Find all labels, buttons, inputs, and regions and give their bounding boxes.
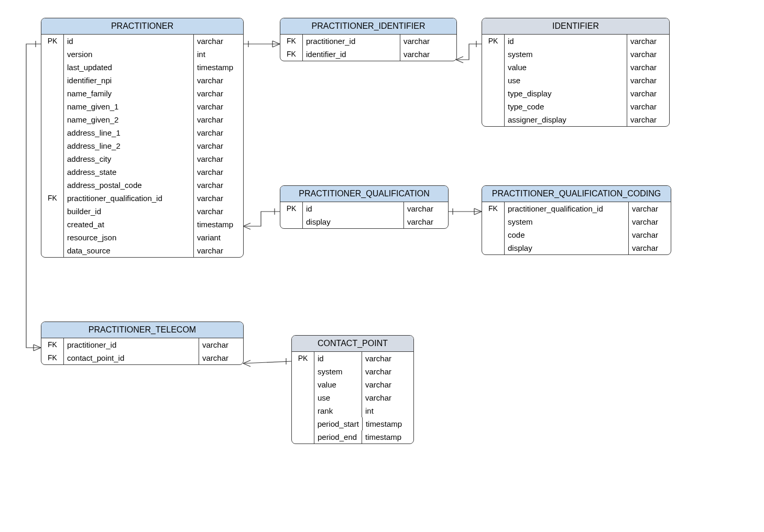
- column-type: varchar: [199, 338, 243, 351]
- svg-line-9: [243, 226, 250, 229]
- column-type: varchar: [194, 152, 243, 165]
- column-name: practitioner_id: [64, 338, 199, 351]
- column-key: [41, 113, 64, 126]
- column-key: [41, 126, 64, 139]
- column-name: type_code: [505, 100, 627, 113]
- entity-header: PRACTITIONER_TELECOM: [41, 322, 243, 338]
- column-name: practitioner_qualification_id: [505, 202, 629, 215]
- column-type: varchar: [400, 35, 456, 48]
- column-name: id: [303, 202, 404, 215]
- column-type: varchar: [404, 202, 448, 215]
- entity-row: assigner_displayvarchar: [482, 113, 669, 126]
- entity-row: address_line_1varchar: [41, 126, 243, 139]
- entity-row: builder_idvarchar: [41, 205, 243, 218]
- column-type: variant: [194, 231, 243, 244]
- column-name: type_display: [505, 87, 627, 100]
- column-type: varchar: [362, 352, 413, 365]
- entity-row: FKpractitioner_qualification_idvarchar: [482, 202, 671, 215]
- column-name: display: [303, 215, 404, 228]
- entity-row: name_given_1varchar: [41, 100, 243, 113]
- column-key: [41, 205, 64, 218]
- column-name: use: [505, 74, 627, 87]
- column-key: [482, 48, 505, 61]
- column-name: assigner_display: [505, 113, 627, 126]
- entity-row: valuevarchar: [292, 378, 413, 391]
- entity-row: FKpractitioner_idvarchar: [41, 338, 243, 351]
- column-name: address_line_1: [64, 126, 194, 139]
- column-type: varchar: [627, 100, 669, 113]
- entity-row: PKidvarchar: [482, 35, 669, 48]
- column-key: FK: [41, 338, 64, 351]
- column-key: [292, 417, 314, 430]
- svg-line-18: [34, 348, 41, 351]
- column-name: id: [314, 352, 362, 365]
- column-type: int: [362, 404, 413, 417]
- column-type: varchar: [194, 179, 243, 192]
- column-type: timestamp: [363, 417, 413, 430]
- entity-practitioner-identifier: PRACTITIONER_IDENTIFIERFKpractitioner_id…: [280, 18, 457, 61]
- column-type: varchar: [199, 351, 243, 364]
- column-key: [292, 391, 314, 404]
- column-key: [41, 165, 64, 179]
- column-key: [482, 113, 505, 126]
- column-type: varchar: [362, 391, 413, 404]
- svg-line-20: [243, 361, 291, 363]
- column-name: use: [314, 391, 362, 404]
- column-type: timestamp: [362, 430, 413, 444]
- column-key: [41, 87, 64, 100]
- column-name: identifier_npi: [64, 74, 194, 87]
- column-key: [41, 152, 64, 165]
- svg-line-2: [272, 41, 280, 44]
- entity-row: type_displayvarchar: [482, 87, 669, 100]
- column-key: FK: [41, 351, 64, 364]
- entity-row: name_familyvarchar: [41, 87, 243, 100]
- entity-row: PKidvarchar: [292, 352, 413, 365]
- column-type: varchar: [194, 113, 243, 126]
- column-type: varchar: [627, 35, 669, 48]
- entity-row: codevarchar: [482, 228, 671, 241]
- column-type: varchar: [194, 139, 243, 152]
- entity-header: CONTACT_POINT: [292, 336, 413, 352]
- entity-row: usevarchar: [292, 391, 413, 404]
- column-key: [482, 100, 505, 113]
- entity-row: FKpractitioner_idvarchar: [280, 35, 456, 48]
- column-key: [41, 139, 64, 152]
- column-key: [41, 74, 64, 87]
- entity-row: address_cityvarchar: [41, 152, 243, 165]
- column-key: [41, 218, 64, 231]
- column-type: varchar: [400, 48, 456, 61]
- entity-contact-point: CONTACT_POINTPKidvarcharsystemvarcharval…: [291, 335, 414, 444]
- entity-row: created_attimestamp: [41, 218, 243, 231]
- svg-line-14: [474, 212, 482, 215]
- column-type: varchar: [629, 241, 671, 254]
- column-type: timestamp: [194, 218, 243, 231]
- column-type: varchar: [627, 61, 669, 74]
- column-key: [482, 215, 505, 228]
- column-name: name_family: [64, 87, 194, 100]
- entity-header: PRACTITIONER_IDENTIFIER: [280, 18, 456, 35]
- column-key: PK: [41, 35, 64, 48]
- entity-row: name_given_2varchar: [41, 113, 243, 126]
- svg-line-13: [474, 208, 482, 212]
- svg-line-21: [243, 360, 250, 363]
- column-key: PK: [280, 202, 303, 215]
- column-type: varchar: [194, 35, 243, 48]
- column-name: system: [505, 215, 629, 228]
- entity-practitioner-qualification-coding: PRACTITIONER_QUALIFICATION_CODINGFKpract…: [482, 185, 671, 255]
- column-name: identifier_id: [303, 48, 400, 61]
- column-type: varchar: [627, 113, 669, 126]
- column-key: PK: [482, 35, 505, 48]
- column-name: period_end: [314, 430, 362, 444]
- column-type: varchar: [627, 74, 669, 87]
- entity-row: systemvarchar: [482, 215, 671, 228]
- column-key: [41, 48, 64, 61]
- entity-row: PKidvarchar: [280, 202, 448, 215]
- entity-identifier: IDENTIFIERPKidvarcharsystemvarcharvaluev…: [482, 18, 670, 127]
- column-type: varchar: [194, 74, 243, 87]
- column-key: [41, 100, 64, 113]
- column-key: FK: [280, 35, 303, 48]
- column-name: display: [505, 241, 629, 254]
- entity-row: displayvarchar: [482, 241, 671, 254]
- column-type: varchar: [362, 378, 413, 391]
- column-key: [41, 231, 64, 244]
